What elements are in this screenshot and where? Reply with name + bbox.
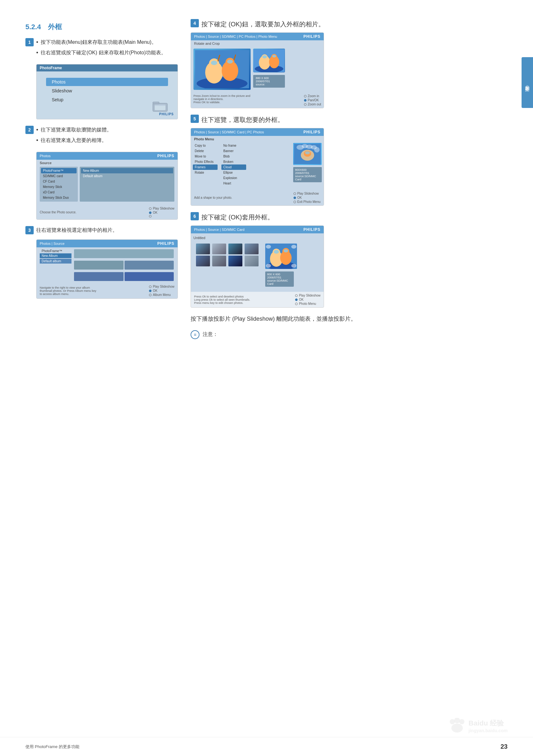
photo-grid xyxy=(196,244,260,266)
photo-grid-title: Untitled xyxy=(193,236,321,240)
pm-opt-play[interactable]: Play Slideshow xyxy=(294,192,321,195)
photo-thumb-6[interactable] xyxy=(212,256,226,266)
pm-frames[interactable]: Frames xyxy=(193,165,218,170)
baidu-icon xyxy=(448,718,466,734)
snorkel-svg-large xyxy=(195,50,249,88)
pm-right-area: 800X600 2006/07/01 source:SD/MMC Card xyxy=(248,142,324,187)
svg-point-37 xyxy=(274,250,279,254)
photo-menu-path: Photos | Source | SD/MMC Card | PC Photo… xyxy=(194,130,264,134)
pm-banner[interactable]: Banner xyxy=(221,148,246,154)
pm-opt-ok[interactable]: OK xyxy=(294,196,321,200)
pg-right: 800 X 600 2006/07/01 source:SD/MMC Card xyxy=(265,244,297,287)
photo-thumb-3[interactable] xyxy=(228,244,242,254)
step-1-bullet-2: 往右巡覽或按下確定(OK) 鈕來存取相片(Photo)功能表。 xyxy=(36,49,178,57)
thumb-2a xyxy=(74,261,124,270)
svg-point-20 xyxy=(262,55,267,58)
crop-info-box: 880 X 600 2006/07/01 source: xyxy=(253,75,285,88)
crop-opt-zoomout[interactable]: Zoom out xyxy=(304,102,321,106)
crop-options: Zoom in Pan/OK Zoom out xyxy=(304,94,321,106)
pf-menu-setup[interactable]: Setup xyxy=(46,95,168,104)
step-3-content: 往右巡覽來檢視選定相簿中的相片。 xyxy=(36,226,178,234)
rotate-crop-philips: PHILIPS xyxy=(303,34,321,39)
step-5-text: 往下巡覽，選取您要的外框。 xyxy=(201,115,508,125)
rotate-crop-path: Photos | Source | SD/MMC | PC Photos | P… xyxy=(194,35,277,39)
photo-thumb-8[interactable] xyxy=(244,256,259,266)
thumb-2b xyxy=(125,261,174,270)
source-label: Source xyxy=(37,160,178,165)
source-item-cf[interactable]: CF Card xyxy=(41,179,76,184)
step-2-bullet-2: 往右巡覽來進入您要的相簿。 xyxy=(36,136,178,145)
pm-delete[interactable]: Delete xyxy=(193,148,218,154)
source-options: Play Slideshow OK xyxy=(149,207,174,218)
note-icon: ≡ xyxy=(191,330,200,339)
pm-opt-exit[interactable]: Exit Photo Menu xyxy=(294,200,321,203)
pm-copy[interactable]: Copy to xyxy=(193,143,218,148)
option-play-slideshow[interactable]: Play Slideshow xyxy=(149,207,174,210)
album-src-default[interactable]: Default album xyxy=(40,259,71,263)
album-list: New Album Default album xyxy=(80,167,174,202)
album-screen-body: PhotoFrame™ New Album Default album xyxy=(37,247,178,298)
pm-no-frame[interactable]: No frame xyxy=(221,143,246,148)
photo-thumb-1[interactable] xyxy=(196,244,210,254)
photo-menu-philips: PHILIPS xyxy=(303,130,321,134)
source-philips: PHILIPS xyxy=(157,154,174,158)
svg-point-21 xyxy=(272,55,276,58)
pm-cloud[interactable]: Cloud xyxy=(221,165,246,170)
option-ok[interactable]: OK xyxy=(149,211,174,214)
photo-thumb-5[interactable] xyxy=(196,256,210,266)
svg-point-38 xyxy=(284,249,288,253)
album-src-pf[interactable]: PhotoFrame™ xyxy=(40,249,71,254)
photo-thumb-2[interactable] xyxy=(212,244,226,254)
pg-opt-menu[interactable]: Photo Menu xyxy=(295,302,321,306)
pm-blob[interactable]: Blob xyxy=(221,154,246,159)
album-browse: PhotoFrame™ New Album Default album xyxy=(37,247,178,283)
pf-menu-slideshow[interactable]: Slideshow xyxy=(46,87,168,95)
folder-icon xyxy=(152,99,168,112)
pm-ellipse[interactable]: Ellipse xyxy=(221,170,246,175)
crop-opt-zoomin[interactable]: Zoom in xyxy=(304,94,321,98)
pg-options: Play Slideshow OK Photo Menu xyxy=(295,294,321,306)
folder-icon-area xyxy=(152,99,168,113)
svg-point-46 xyxy=(451,724,463,733)
album-item-new[interactable]: New Album xyxy=(81,168,173,174)
album-screen: Photos | Source PHILIPS PhotoFrame™ New … xyxy=(36,239,178,299)
photoframe-menu-screen: PhotoFrame Photos Slideshow Setup xyxy=(36,64,178,120)
album-opt-play[interactable]: Play Slideshow xyxy=(149,285,174,288)
source-item-msduo[interactable]: Memory Stick Duo xyxy=(41,195,76,200)
pg-opt-ok[interactable]: OK xyxy=(295,298,321,301)
step-1-badge: 1 xyxy=(25,38,34,46)
photo-thumb-4[interactable] xyxy=(244,244,259,254)
pm-move[interactable]: Move to xyxy=(193,154,218,159)
album-opt-menu[interactable]: Album Menu xyxy=(149,293,174,297)
pm-left-menu: Copy to Delete Move to Photo Effects Fra… xyxy=(191,142,219,187)
album-opt-ok[interactable]: OK xyxy=(149,289,174,292)
source-item-photoframe[interactable]: PhotoFrame™ xyxy=(41,168,76,174)
pm-rotate[interactable]: Rotate xyxy=(193,170,218,175)
rotate-crop-screen: Photos | Source | SD/MMC | PC Photos | P… xyxy=(191,32,324,108)
album-source-list: PhotoFrame™ New Album Default album xyxy=(40,249,71,282)
pm-heart[interactable]: Heart xyxy=(221,181,246,186)
content-area: 5.2.4 外框 1 按下功能表(Menu)鈕來存取主功能表(Main Menu… xyxy=(25,19,508,339)
pg-footer-text: Press Ok to select and deselect photosLo… xyxy=(194,295,250,305)
pm-effects[interactable]: Photo Effects xyxy=(193,159,218,165)
pm-explosion[interactable]: Explosion xyxy=(221,175,246,181)
step-6-row: 6 按下確定 (OK)套用外框。 xyxy=(191,212,508,222)
step-1-bullet-1: 按下功能表(Menu)鈕來存取主功能表(Main Menu)。 xyxy=(36,38,178,47)
crop-opt-pan[interactable]: Pan/OK xyxy=(304,98,321,102)
album-src-new[interactable]: New Album xyxy=(40,254,71,258)
step-5-row: 5 往下巡覽，選取您要的外框。 xyxy=(191,115,508,125)
photo-thumb-7[interactable] xyxy=(228,256,242,266)
left-column: 5.2.4 外框 1 按下功能表(Menu)鈕來存取主功能表(Main Menu… xyxy=(25,19,178,339)
photo-grid-header: Photos | Source | SD/MMC Card PHILIPS xyxy=(191,226,324,233)
pm-broken[interactable]: Broken xyxy=(221,159,246,165)
svg-point-10 xyxy=(211,61,217,65)
source-item-xd[interactable]: xD Card xyxy=(41,190,76,195)
pm-footer-text: Add a shape to your photo. xyxy=(194,196,232,200)
pg-opt-play[interactable]: Play Slideshow xyxy=(295,294,321,297)
source-item-ms[interactable]: Memory Stick xyxy=(41,184,76,190)
pf-menu-photos[interactable]: Photos xyxy=(46,78,168,86)
source-item-sdmmc[interactable]: SD/MMC card xyxy=(41,174,76,179)
album-item-default[interactable]: Default album xyxy=(81,174,173,179)
step-1-content: 按下功能表(Menu)鈕來存取主功能表(Main Menu)。 往右巡覽或按下確… xyxy=(36,38,178,59)
step-2-content: 往下巡覽來選取欲瀏覽的媒體。 往右巡覽來進入您要的相簿。 xyxy=(36,126,178,147)
